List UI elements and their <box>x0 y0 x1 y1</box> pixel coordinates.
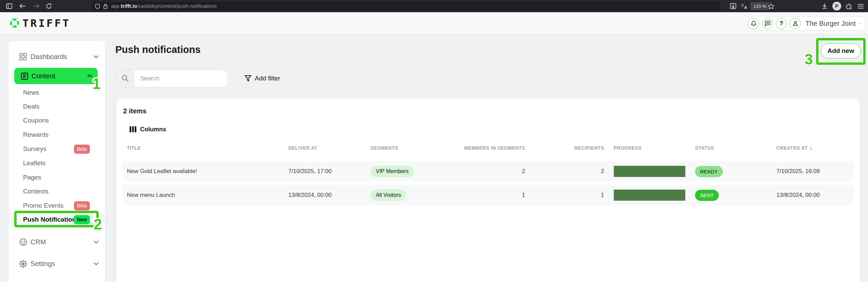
logo-ring-icon <box>9 18 20 28</box>
sidebar-label-rewards: Rewards <box>23 131 49 138</box>
extensions-puzzle-icon[interactable] <box>845 2 853 11</box>
crm-smiley-icon <box>19 238 27 246</box>
cell-deliver-at: 7/10/2025, 17:00 <box>288 168 370 175</box>
column-header-progress[interactable]: PROGRESS <box>604 145 695 151</box>
cell-segments: VIP Members <box>370 166 458 177</box>
trifft-logo[interactable]: TRIFFT <box>9 17 71 29</box>
account-name: The Burger Joint <box>806 20 856 27</box>
cell-members: 1 <box>458 192 525 199</box>
column-header-members-in-segments[interactable]: MEMBERS IN SEGMENTS <box>458 145 525 151</box>
sidebar-item-dashboards[interactable]: Dashboards <box>8 50 105 63</box>
lock-icon <box>103 3 108 9</box>
segment-pill: All Visitors <box>370 189 406 201</box>
column-header-title: TITLE <box>123 145 288 151</box>
sidebar-item-content[interactable]: Content <box>14 68 98 84</box>
chevron-down-icon <box>93 262 99 265</box>
sidebar-label-push-notifications: Push Notifications <box>23 216 80 223</box>
sidebar-label-settings: Settings <box>31 260 55 268</box>
sidebar-label-dashboards: Dashboards <box>31 53 67 61</box>
table-row[interactable]: New Gold Leaflet available! 7/10/2025, 1… <box>123 161 853 182</box>
save-page-icon[interactable] <box>729 2 737 11</box>
sidebar-item-settings[interactable]: Settings <box>8 257 105 270</box>
sidebar-toggle-icon[interactable] <box>5 2 14 11</box>
beta-badge: Beta <box>74 201 90 210</box>
sidebar-item-news[interactable]: News <box>8 86 105 99</box>
sidebar-item-coupons[interactable]: Coupons <box>8 114 105 127</box>
bookmark-star-icon[interactable] <box>767 2 775 11</box>
cell-title: New Gold Leaflet available! <box>123 168 288 175</box>
sidebar-item-crm[interactable]: CRM <box>8 235 105 249</box>
chevron-down-icon[interactable] <box>859 22 861 25</box>
bell-icon <box>751 20 757 27</box>
add-filter-button[interactable]: Add filter <box>244 73 280 84</box>
question-icon: ? <box>779 20 784 27</box>
cell-deliver-at: 13/8/2024, 00:00 <box>288 192 370 199</box>
sidebar-item-leaflets[interactable]: Leaflets <box>8 156 105 170</box>
cell-recipients: 2 <box>525 168 604 175</box>
svg-text:文: 文 <box>741 3 744 7</box>
columns-icon <box>129 126 137 133</box>
sidebar-item-contests[interactable]: Contests <box>8 185 105 198</box>
sidebar-item-promo-events[interactable]: Promo Events Beta <box>8 199 105 212</box>
status-badge: SENT <box>695 190 719 201</box>
sidebar-item-push-notifications[interactable]: Push Notifications New <box>8 213 105 226</box>
sidebar-item-deals[interactable]: Deals <box>8 100 105 113</box>
page-title: Push notifications <box>115 44 200 55</box>
column-header-deliver-at[interactable]: DELIVER AT <box>288 145 370 151</box>
feedback-chat-button[interactable] <box>762 18 773 29</box>
cell-progress <box>604 189 695 201</box>
browser-profile-avatar[interactable]: P <box>832 2 841 11</box>
sidebar: Dashboards Content News Deals Coupons Re… <box>8 41 105 282</box>
account-menu[interactable]: ? The Burger Joint <box>746 16 866 31</box>
sidebar-label-promo-events: Promo Events <box>23 202 63 209</box>
notifications-bell-button[interactable] <box>748 18 759 29</box>
push-notifications-table-card: 2 items Columns TITLE DELIVER AT SEGMENT… <box>116 98 860 282</box>
help-button[interactable]: ? <box>776 18 787 29</box>
search-box <box>115 70 228 87</box>
forward-icon[interactable] <box>32 2 41 11</box>
cell-title: New menu Launch <box>123 192 288 199</box>
downloads-icon[interactable] <box>820 2 829 11</box>
annotation-number-3: 3 <box>805 51 813 68</box>
cell-members: 2 <box>458 168 525 175</box>
sidebar-label-content: Content <box>32 72 55 80</box>
column-header-recipients[interactable]: RECIPIENTS <box>525 145 604 151</box>
chat-icon <box>765 20 771 26</box>
sidebar-item-rewards[interactable]: Rewards <box>8 128 105 142</box>
sidebar-item-surveys[interactable]: Surveys Beta <box>8 142 105 156</box>
logo-text: TRIFFT <box>22 17 71 29</box>
sidebar-label-leaflets: Leaflets <box>23 159 46 167</box>
segment-pill: VIP Members <box>370 166 414 177</box>
user-button[interactable] <box>790 18 801 29</box>
dashboards-grid-icon <box>19 52 27 61</box>
add-filter-label: Add filter <box>255 75 280 82</box>
sidebar-label-news: News <box>23 89 39 96</box>
column-header-segments[interactable]: SEGMENTS <box>370 145 458 151</box>
new-badge: New <box>74 215 90 224</box>
search-input[interactable] <box>135 70 228 87</box>
sort-descending-icon: ↓ <box>810 145 812 151</box>
table-row[interactable]: New menu Launch 13/8/2024, 00:00 All Vis… <box>123 185 853 205</box>
url-bar[interactable]: app.trifft.io/cacitokiy/content/push-not… <box>92 2 720 11</box>
sidebar-item-pages[interactable]: Pages <box>8 171 105 184</box>
cell-created-at: 7/10/2025, 16:09 <box>776 168 853 175</box>
settings-gear-icon <box>19 259 27 268</box>
column-header-status[interactable]: STATUS <box>695 145 776 151</box>
column-header-created-at[interactable]: CREATED AT↓ <box>776 145 853 151</box>
menu-hamburger-icon[interactable] <box>856 2 865 11</box>
sidebar-label-coupons: Coupons <box>23 117 49 124</box>
sidebar-label-crm: CRM <box>31 238 46 246</box>
translate-icon[interactable]: 文A <box>740 2 749 11</box>
app-header: TRIFFT ? The Burger Joint <box>0 12 868 35</box>
person-icon <box>792 20 798 26</box>
shield-icon <box>95 3 100 9</box>
reload-icon[interactable] <box>44 2 53 11</box>
cell-segments: All Visitors <box>370 189 458 201</box>
add-new-button[interactable]: Add new <box>821 43 861 58</box>
chevron-down-icon <box>93 55 99 58</box>
back-icon[interactable] <box>18 2 27 11</box>
content-document-icon <box>20 71 29 81</box>
cell-recipients: 1 <box>525 192 604 199</box>
progress-bar <box>614 166 686 177</box>
columns-button[interactable]: Columns <box>129 125 166 134</box>
